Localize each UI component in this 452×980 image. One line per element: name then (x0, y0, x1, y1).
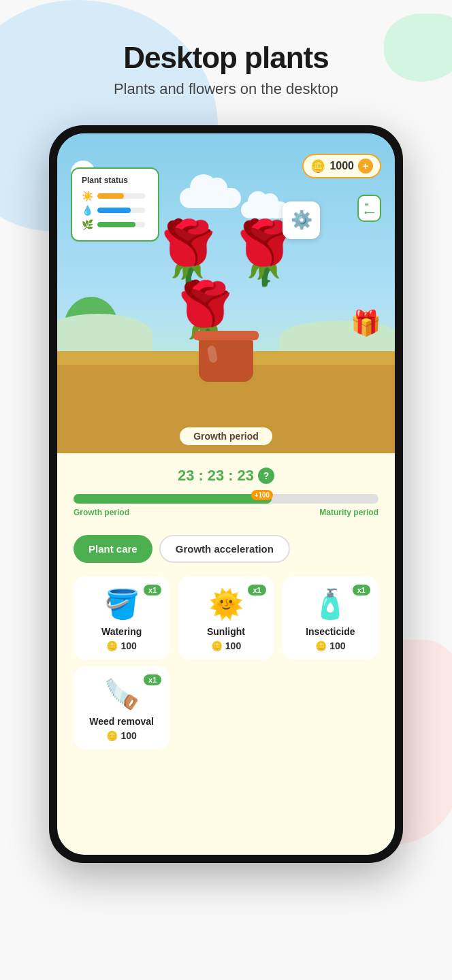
insecticide-cost: 🪙 100 (289, 640, 372, 651)
app-title: Desktop plants (0, 41, 452, 75)
weed-removal-coin-icon: 🪙 (106, 730, 118, 741)
status-title: Plant status (82, 176, 148, 185)
sunlight-cost: 🪙 100 (184, 640, 267, 651)
weed-removal-badge: x1 (144, 674, 161, 685)
watering-cost: 🪙 100 (80, 640, 163, 651)
progress-container: +100 (74, 494, 378, 504)
timer-sep-1: : (198, 467, 203, 485)
timer-section: 23 : 23 : 23 ? +100 (57, 453, 395, 524)
watering-badge: x1 (144, 585, 161, 595)
timer-seconds: 23 (238, 467, 254, 485)
info-card-content: ≡•— (364, 200, 374, 216)
sky-scene: 🌹🌹 🌹 ◀ 🪙 1000 + Plant status (57, 133, 395, 419)
coin-icon: 🪙 (310, 159, 325, 174)
coin-value: 1000 (329, 160, 354, 172)
tabs-row: Plant care Growth acceleration (57, 524, 395, 570)
status-row-water: 💧 (82, 205, 148, 216)
leaf-bar-fill (97, 222, 135, 227)
header-section: Desktop plants Plants and flowers on the… (0, 0, 452, 98)
phone-screen: 🌹🌹 🌹 ◀ 🪙 1000 + Plant status (57, 133, 395, 855)
flower-pot (199, 338, 253, 382)
insecticide-name: Insecticide (289, 626, 372, 637)
gift-icon[interactable]: 🎁 (351, 309, 381, 338)
coin-display: 🪙 1000 + (302, 154, 381, 178)
watering-cost-value: 100 (120, 640, 136, 651)
sun-bar-fill (97, 193, 124, 199)
add-coins-button[interactable]: + (358, 159, 373, 174)
care-item-weed-removal[interactable]: x1 🪚 Weed removal 🪙 100 (74, 666, 170, 749)
progress-bar-fill: +100 (74, 494, 272, 504)
app-subtitle: Plants and flowers on the desktop (0, 80, 452, 98)
timer-minutes: 23 (208, 467, 224, 485)
pot-shine (207, 345, 218, 363)
progress-bar-bg: +100 (74, 494, 378, 504)
water-bar-bg (97, 208, 145, 213)
growth-banner-label: Growth period (178, 426, 274, 446)
cloud-2 (241, 201, 289, 218)
leaf-icon: 🌿 (82, 219, 93, 230)
speech-bubble: ⚙️ (282, 201, 320, 239)
phone-frame: 🌹🌹 🌹 ◀ 🪙 1000 + Plant status (49, 125, 403, 863)
phone-container: 🌹🌹 🌹 ◀ 🪙 1000 + Plant status (0, 125, 452, 890)
care-grid: x1 🪣 Watering 🪙 100 x1 🌞 Sunlight (57, 570, 395, 666)
water-bar-fill (97, 208, 131, 213)
progress-labels: Growth period Maturity period (74, 508, 378, 517)
info-card: ≡•— (357, 195, 381, 222)
plant-status-card: Plant status ☀️ 💧 🌿 (71, 167, 159, 242)
sunlight-cost-value: 100 (225, 640, 241, 651)
timer-display: 23 : 23 : 23 ? (74, 467, 378, 485)
insecticide-coin-icon: 🪙 (315, 640, 327, 651)
insecticide-badge: x1 (353, 585, 370, 595)
sun-icon: ☀️ (82, 191, 93, 201)
plant-pot-container: 🌹🌹 🌹 (150, 222, 302, 382)
cloud-1 (180, 188, 241, 208)
tab-growth-acceleration[interactable]: Growth acceleration (159, 535, 290, 563)
sunlight-badge: x1 (248, 585, 265, 595)
sun-bar-bg (97, 193, 145, 199)
timer-sep-2: : (228, 467, 233, 485)
plant-flowers: 🌹🌹 🌹 (150, 222, 302, 344)
care-item-watering[interactable]: x1 🪣 Watering 🪙 100 (74, 576, 170, 659)
weed-removal-name: Weed removal (80, 716, 163, 727)
weed-removal-cost-value: 100 (120, 730, 136, 741)
sunlight-name: Sunlight (184, 626, 267, 637)
timer-help-button[interactable]: ? (258, 468, 274, 484)
water-icon: 💧 (82, 205, 93, 216)
care-item-insecticide[interactable]: x1 🧴 Insecticide 🪙 100 (282, 576, 378, 659)
progress-label-left: Growth period (74, 508, 129, 517)
care-item-sunlight[interactable]: x1 🌞 Sunlight 🪙 100 (178, 576, 274, 659)
status-row-leaf: 🌿 (82, 219, 148, 230)
hill-left (57, 314, 152, 355)
growth-banner: Growth period (57, 419, 395, 453)
progress-badge: +100 (251, 490, 274, 500)
care-single-row: x1 🪚 Weed removal 🪙 100 (57, 666, 395, 763)
weed-removal-cost: 🪙 100 (80, 730, 163, 741)
bottom-panel: Growth period 23 : 23 : 23 ? (57, 419, 395, 855)
watering-name: Watering (80, 626, 163, 637)
sunlight-coin-icon: 🪙 (211, 640, 223, 651)
tab-plant-care[interactable]: Plant care (74, 535, 152, 563)
leaf-bar-bg (97, 222, 145, 227)
progress-label-right: Maturity period (319, 508, 378, 517)
watering-coin-icon: 🪙 (106, 640, 118, 651)
timer-hours: 23 (178, 467, 194, 485)
status-row-sun: ☀️ (82, 191, 148, 201)
insecticide-cost-value: 100 (329, 640, 345, 651)
